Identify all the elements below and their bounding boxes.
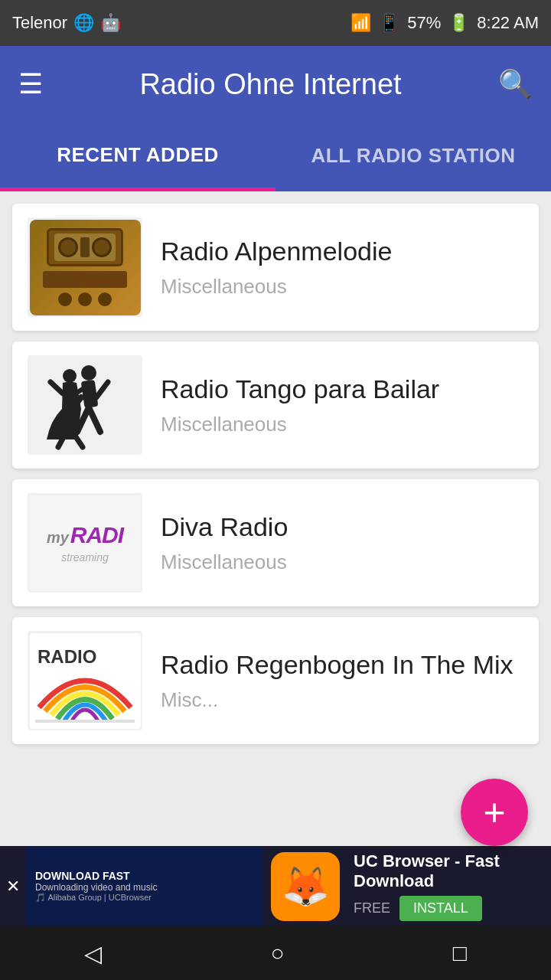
station-genre: Miscellaneous: [161, 275, 523, 299]
recents-button[interactable]: □: [453, 940, 467, 966]
svg-line-5: [89, 407, 100, 432]
status-bar: Telenor 🌐 🤖 📶 📱 57% 🔋 8:22 AM: [0, 0, 551, 46]
ad-app-icon: 🦊: [271, 852, 340, 921]
ad-banner: ✕ DOWNLOAD FAST Downloading video and mu…: [0, 846, 551, 926]
station-info-tango: Radio Tango para Bailar Miscellaneous: [161, 374, 523, 436]
app-title: Radio Ohne Internet: [139, 68, 401, 101]
station-card-diva[interactable]: my RADI streaming Diva Radio Miscellaneo…: [12, 479, 539, 606]
station-card-regenbogen[interactable]: RADIO Radio Regenbogen In The Mix Misc..…: [12, 617, 539, 744]
carrier-text: Telenor: [12, 13, 67, 33]
search-button[interactable]: 🔍: [498, 68, 533, 100]
svg-line-10: [75, 436, 83, 447]
ad-left-content: DOWNLOAD FAST Downloading video and musi…: [26, 846, 263, 926]
station-info-diva: Diva Radio Miscellaneous: [161, 511, 523, 574]
wifi-icon: 📶: [350, 13, 371, 33]
menu-button[interactable]: ☰: [18, 68, 43, 100]
station-name: Radio Alpenmelodie: [161, 236, 523, 267]
tab-recent-added[interactable]: RECENT ADDED: [0, 122, 276, 191]
ad-actions: FREE INSTALL: [354, 896, 545, 921]
svg-line-3: [96, 382, 108, 397]
ad-install-button[interactable]: INSTALL: [399, 896, 482, 921]
station-image-alpenmelodie: [28, 217, 142, 317]
signal-icon: 📱: [379, 13, 399, 33]
status-left: Telenor 🌐 🤖: [12, 13, 121, 33]
station-image-tango: [28, 355, 142, 455]
ad-free-label: FREE: [354, 900, 390, 916]
back-button[interactable]: ◁: [84, 940, 102, 967]
station-genre: Miscellaneous: [161, 413, 523, 436]
station-name: Radio Tango para Bailar: [161, 374, 523, 405]
svg-line-7: [51, 382, 63, 394]
ad-app-name: UC Browser - Fast Download: [354, 851, 545, 891]
ad-close-button[interactable]: ✕: [0, 871, 26, 903]
station-list: Radio Alpenmelodie Miscellaneous: [0, 191, 551, 880]
add-station-fab[interactable]: +: [461, 779, 528, 846]
station-card-tango[interactable]: Radio Tango para Bailar Miscellaneous: [12, 341, 539, 469]
battery-text: 57%: [407, 13, 441, 33]
station-genre: Misc...: [161, 688, 523, 712]
status-right: 📶 📱 57% 🔋 8:22 AM: [350, 13, 539, 33]
home-button[interactable]: ○: [270, 940, 284, 966]
station-info-alpenmelodie: Radio Alpenmelodie Miscellaneous: [161, 236, 523, 299]
ad-subtitle: Downloading video and music: [35, 882, 254, 893]
nav-bar: ◁ ○ □: [0, 926, 551, 980]
toolbar: ☰ Radio Ohne Internet 🔍: [0, 46, 551, 122]
svg-point-0: [81, 365, 96, 381]
station-info-regenbogen: Radio Regenbogen In The Mix Misc...: [161, 649, 523, 712]
globe-icon: 🌐: [73, 13, 94, 33]
station-card-alpenmelodie[interactable]: Radio Alpenmelodie Miscellaneous: [12, 204, 539, 331]
station-genre: Miscellaneous: [161, 550, 523, 574]
tab-all-radio-station[interactable]: ALL RADIO STATION: [276, 122, 551, 191]
android-icon: 🤖: [100, 13, 121, 33]
svg-text:RADIO: RADIO: [37, 646, 96, 667]
battery-icon: 🔋: [448, 13, 469, 33]
station-name: Radio Regenbogen In The Mix: [161, 649, 523, 681]
station-image-regenbogen: RADIO: [28, 631, 142, 730]
time-text: 8:22 AM: [477, 13, 539, 33]
svg-rect-12: [35, 720, 135, 723]
ad-brand: 🎵 Alibaba Group | UCBrowser: [35, 893, 254, 903]
station-name: Diva Radio: [161, 511, 523, 543]
ad-right-content: UC Browser - Fast Download FREE INSTALL: [347, 846, 551, 926]
tab-bar: RECENT ADDED ALL RADIO STATION: [0, 122, 551, 191]
ad-title: DOWNLOAD FAST: [35, 870, 254, 882]
svg-point-6: [63, 369, 77, 383]
station-image-diva: my RADI streaming: [28, 493, 142, 593]
add-icon: +: [483, 790, 505, 835]
